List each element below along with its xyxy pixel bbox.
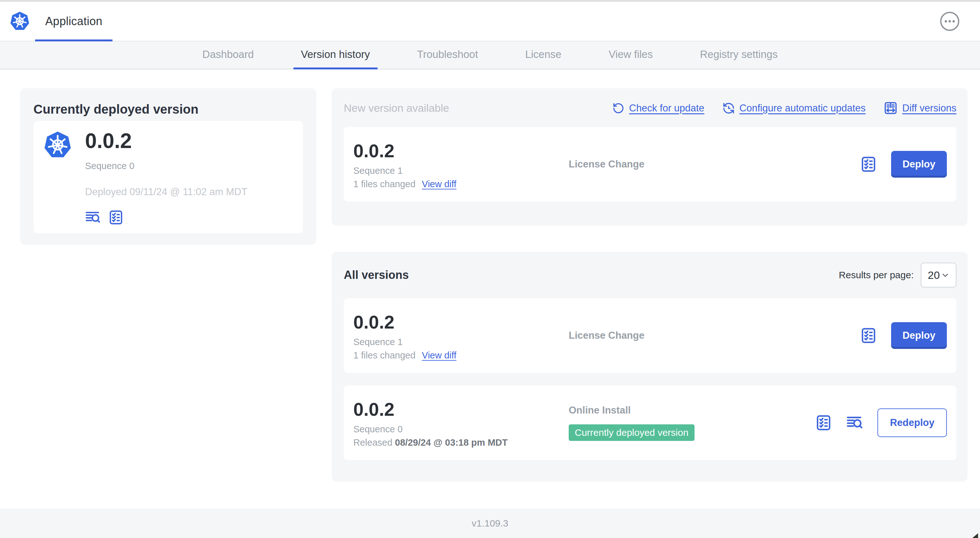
diff-versions-link[interactable]: Diff versions (883, 101, 956, 115)
new-version-title: New version available (344, 102, 449, 114)
version-row-sequence-0: 0.0.2 Sequence 0 Released 08/29/24 @ 03:… (344, 386, 956, 460)
deploy-button[interactable]: Deploy (891, 322, 947, 349)
chevron-down-icon (940, 270, 951, 281)
tab-view-files[interactable]: View files (601, 41, 660, 70)
preflight-checks-button[interactable] (108, 209, 124, 225)
results-per-page-value: 20 (928, 269, 940, 281)
check-for-update-label: Check for update (629, 103, 705, 114)
sequence-label: Sequence 1 (353, 337, 569, 347)
ellipsis-icon (939, 10, 961, 32)
currently-deployed-card: Currently deployed version 0.0.2 Sequenc… (20, 88, 317, 245)
kubernetes-app-icon (42, 130, 73, 160)
tab-license[interactable]: License (517, 41, 569, 70)
configure-automatic-updates-label: Configure automatic updates (740, 103, 865, 114)
app-header: Application (0, 2, 980, 41)
currently-deployed-title: Currently deployed version (33, 102, 303, 117)
current-version-number: 0.0.2 (85, 129, 247, 152)
tab-troubleshoot[interactable]: Troubleshoot (409, 41, 485, 70)
version-row-sequence-1: 0.0.2 Sequence 1 1 files changed View di… (344, 298, 956, 373)
redeploy-button[interactable]: Redeploy (877, 408, 947, 437)
subnav: Dashboard Version history Troubleshoot L… (0, 41, 980, 70)
version-number: 0.0.2 (353, 398, 569, 420)
tab-application[interactable]: Application (35, 2, 113, 41)
checklist-icon (860, 156, 877, 173)
files-changed-label: 1 files changed (353, 351, 415, 360)
checklist-icon (108, 209, 124, 225)
view-logs-button[interactable] (85, 209, 101, 225)
preflight-checks-button[interactable] (860, 327, 877, 344)
version-number: 0.0.2 (353, 140, 569, 162)
refresh-icon (612, 102, 625, 114)
currently-deployed-version-card: 0.0.2 Sequence 0 Deployed 09/11/24 @ 11:… (33, 121, 303, 233)
version-history-page: Application Dashboard Version history Tr… (0, 0, 980, 538)
new-version-card: New version available Check for update C… (332, 88, 967, 226)
sequence-label: Sequence 1 (353, 166, 569, 175)
version-source-label: License Change (569, 159, 644, 170)
current-deployed-timestamp: Deployed 09/11/24 @ 11:02 am MDT (85, 186, 247, 198)
more-options-button[interactable] (939, 10, 961, 32)
footer: v1.109.3 (0, 508, 980, 538)
console-version: v1.109.3 (471, 518, 508, 529)
preflight-checks-button[interactable] (815, 414, 832, 432)
tab-version-history[interactable]: Version history (293, 41, 377, 70)
version-source-label: Online Install (569, 405, 631, 416)
auto-update-icon (722, 102, 735, 114)
all-versions-title: All versions (344, 268, 409, 282)
configure-automatic-updates-link[interactable]: Configure automatic updates (722, 102, 865, 114)
kubernetes-logo-icon (9, 11, 30, 32)
new-version-row: 0.0.2 Sequence 1 1 files changed View di… (344, 127, 956, 202)
view-diff-link[interactable]: View diff (422, 179, 457, 189)
check-for-update-link[interactable]: Check for update (612, 102, 705, 114)
version-source-label: License Change (569, 330, 644, 341)
files-changed-label: 1 files changed (353, 179, 415, 189)
view-logs-button[interactable] (846, 414, 863, 432)
checklist-icon (860, 327, 877, 344)
current-sequence-label: Sequence 0 (85, 161, 247, 171)
right-column: New version available Check for update C… (332, 88, 967, 482)
all-versions-card: All versions Results per page: 20 0.0.2 … (332, 252, 967, 482)
view-diff-link[interactable]: View diff (422, 351, 457, 360)
preflight-checks-button[interactable] (860, 156, 877, 173)
results-per-page-select[interactable]: 20 (921, 263, 956, 287)
tab-dashboard[interactable]: Dashboard (195, 41, 261, 70)
tab-registry-settings[interactable]: Registry settings (692, 41, 785, 70)
checklist-icon (815, 414, 832, 432)
version-number: 0.0.2 (353, 311, 569, 333)
currently-deployed-badge: Currently deployed version (569, 424, 695, 441)
released-timestamp: 08/29/24 @ 03:18 pm MDT (395, 437, 508, 448)
app-tab-label: Application (45, 15, 102, 28)
diff-icon (883, 101, 898, 115)
sequence-label: Sequence 0 (353, 424, 569, 434)
results-per-page-label: Results per page: (839, 270, 914, 281)
diff-versions-label: Diff versions (902, 103, 956, 114)
released-prefix: Released (353, 437, 393, 448)
logs-icon (85, 209, 101, 225)
main-content: Currently deployed version 0.0.2 Sequenc… (0, 70, 980, 508)
logs-icon (846, 414, 863, 432)
deploy-button[interactable]: Deploy (891, 151, 947, 178)
